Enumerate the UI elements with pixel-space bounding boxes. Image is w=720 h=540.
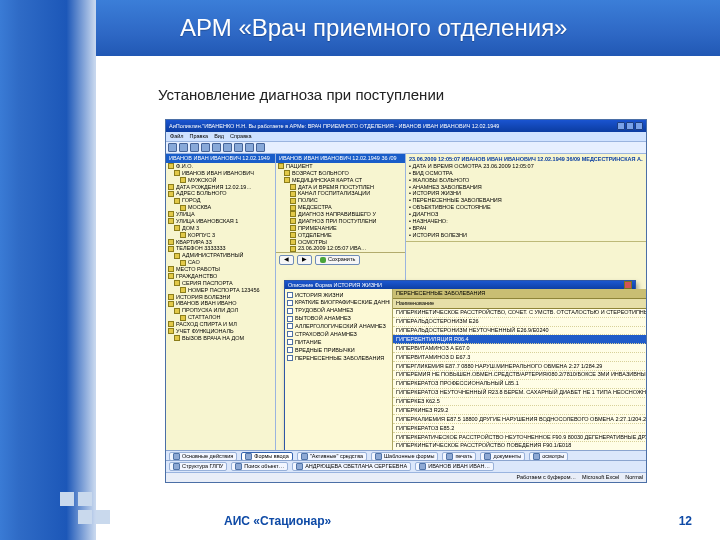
tree-item[interactable]: МЕДСЕСТРА bbox=[288, 204, 405, 211]
tree-item[interactable]: УЛИЦА ИВАНОВСКАЯ 1 bbox=[166, 218, 275, 225]
tree-item[interactable]: 23.06.2009 12:05:07 ИВА… bbox=[288, 245, 405, 252]
close-button[interactable] bbox=[635, 122, 643, 130]
tree-item[interactable]: ОТДЕЛЕНИЕ bbox=[288, 232, 405, 239]
patient-tree[interactable]: ИВАНОВ ИВАН ИВАНОВИЧ 12.02.1949 Ф.И.О.ИВ… bbox=[166, 154, 276, 450]
list-item[interactable]: ГИПЕРКЕРАТИЧЕСКОЕ РАССТРОЙСТВО НЕУТОЧНЕН… bbox=[393, 433, 646, 442]
tree-item[interactable]: СТАТТАЛОН bbox=[178, 314, 275, 321]
toolbar-icon[interactable] bbox=[168, 143, 177, 152]
list-item[interactable]: ГИПЕРКЕРАТОЗ E85.2 bbox=[393, 424, 646, 433]
close-icon[interactable] bbox=[624, 281, 632, 289]
tree-item[interactable]: САО bbox=[178, 259, 275, 266]
checkbox-icon[interactable] bbox=[287, 292, 293, 298]
tree-item[interactable]: ДАТА РОЖДЕНИЯ 12.02.19… bbox=[166, 184, 275, 191]
tree-item[interactable]: РАСХОД СПИРТА И МЛ bbox=[166, 321, 275, 328]
tree-item[interactable]: МЕДИЦИНСКАЯ КАРТА СТ bbox=[282, 177, 405, 184]
tree-item[interactable]: АДРЕС БОЛЬНОГО bbox=[166, 190, 275, 197]
list-item[interactable]: ГИПЕРКЕРАТОЗ НЕУТОЧНЕННЫЙ R23.8 БЕРЕМ. С… bbox=[393, 389, 646, 398]
maximize-button[interactable] bbox=[626, 122, 634, 130]
list-item[interactable]: ГИПЕРВЕНТИЛЯЦИЯ R06.4 bbox=[393, 335, 646, 344]
tree-item[interactable]: УЧЕТ ФУНКЦИОНАЛЬ bbox=[166, 328, 275, 335]
tree-item[interactable]: ПАЦИЕНТ bbox=[276, 163, 405, 170]
patient-tab[interactable]: ИВАНОВ ИВАН ИВАН… bbox=[415, 462, 494, 471]
list-item[interactable]: ГИПЕРКИНЕЗ R29.2 bbox=[393, 406, 646, 415]
tree-item[interactable]: ДИАГНОЗ НАПРАВИВШЕГО У bbox=[288, 211, 405, 218]
tree-item[interactable]: КВАРТИРА 33 bbox=[166, 239, 275, 246]
tree-item[interactable]: СЕРИЯ ПАСПОРТА bbox=[172, 280, 275, 287]
list-item[interactable]: ГИПЕРЕМИЯ НЕ ПОВЫШЕН.ОБМЕН.СРЕДСТВ/АРТЕР… bbox=[393, 371, 646, 380]
menu-bar[interactable]: Файл Правка Вид Справка bbox=[166, 132, 646, 142]
menu-file[interactable]: Файл bbox=[170, 133, 184, 140]
tree-item[interactable]: ПОЛИС bbox=[288, 197, 405, 204]
toolbar-icon[interactable] bbox=[223, 143, 232, 152]
tree-item[interactable]: ГРАЖДАНСТВО bbox=[166, 273, 275, 280]
checkbox-icon[interactable] bbox=[287, 308, 293, 314]
toolbar-icon[interactable] bbox=[201, 143, 210, 152]
menu-edit[interactable]: Правка bbox=[190, 133, 209, 140]
menu-view[interactable]: Вид bbox=[214, 133, 224, 140]
tree-item[interactable]: ПРИМЕЧАНИЕ bbox=[288, 225, 405, 232]
tree-item[interactable]: ВОЗРАСТ БОЛЬНОГО bbox=[282, 170, 405, 177]
tree-item[interactable]: ГОРОД bbox=[172, 197, 275, 204]
dialog-titlebar[interactable]: Описание Форма ИСТОРИЯ ЖИЗНИ bbox=[285, 281, 635, 289]
tree-item[interactable]: ДАТА И ВРЕМЯ ПОСТУПЛЕН bbox=[288, 184, 405, 191]
toolbar-icon[interactable] bbox=[256, 143, 265, 152]
tree-item[interactable]: ОСМОТРЫ bbox=[288, 239, 405, 246]
tree-item[interactable]: КОРПУС 3 bbox=[178, 232, 275, 239]
checkbox-icon[interactable] bbox=[287, 347, 293, 353]
toolbar-icon[interactable] bbox=[234, 143, 243, 152]
tree-item[interactable]: ТЕЛЕФОН 3333333 bbox=[166, 245, 275, 252]
list-item[interactable]: ГИПЕРВИТАМИНОЗ A E67.0 bbox=[393, 344, 646, 353]
tree-item[interactable]: ВЫЗОВ ВРАЧА НА ДОМ bbox=[172, 335, 275, 342]
tree-item[interactable]: МЕСТО РАБОТЫ bbox=[166, 266, 275, 273]
list-item[interactable]: ГИПЕРАЛЬДОСТЕРОНИЗМ НЕУТОЧНЕННЫЙ E26.9/E… bbox=[393, 327, 646, 336]
checkbox-item[interactable]: ПЕРЕНЕСЕННЫЕ ЗАБОЛЕВАНИЯ bbox=[287, 354, 390, 362]
list-item[interactable]: ГИПЕРКЕЗ К62.5 bbox=[393, 398, 646, 407]
checkbox-item[interactable]: БЫТОВОЙ АНАМНЕЗ bbox=[287, 315, 390, 323]
checkbox-icon[interactable] bbox=[287, 339, 293, 345]
save-button[interactable]: Сохранить bbox=[315, 255, 360, 265]
tree-item[interactable]: КАНАЛ ГОСПИТАЛИЗАЦИИ bbox=[288, 190, 405, 197]
tree-item[interactable]: ИСТОРИЯ БОЛЕЗНИ bbox=[166, 294, 275, 301]
dialog-checklist[interactable]: ИСТОРИЯ ЖИЗНИКРАТКИЕ БИОГРАФИЧЕСКИЕ ДАНН… bbox=[285, 289, 393, 460]
checkbox-icon[interactable] bbox=[287, 331, 293, 337]
toolbar-icon[interactable] bbox=[190, 143, 199, 152]
anamnesis-dialog[interactable]: Описание Форма ИСТОРИЯ ЖИЗНИ ИСТОРИЯ ЖИЗ… bbox=[284, 280, 636, 452]
tree-item[interactable]: ИВАНОВ ИВАН ИВАНОВИЧ bbox=[172, 170, 275, 177]
list-item[interactable]: ГИПЕРГЛИКЕМИЯ E87.7 0880 НАРУШ.МИНЕРАЛЬН… bbox=[393, 362, 646, 371]
tree-item[interactable]: МУЖСКОЙ bbox=[178, 177, 275, 184]
checkbox-item[interactable]: ИСТОРИЯ ЖИЗНИ bbox=[287, 291, 390, 299]
checkbox-item[interactable]: АЛЛЕРГОЛОГИЧЕСКИЙ АНАМНЕЗ bbox=[287, 323, 390, 331]
checkbox-item[interactable]: СТРАХОВОЙ АНАМНЕЗ bbox=[287, 330, 390, 338]
nav-left-button[interactable]: ◀ bbox=[279, 255, 294, 265]
tree-item[interactable]: ИВАНОВ ИВАН ИВАНО bbox=[166, 300, 275, 307]
window-controls[interactable] bbox=[617, 122, 643, 130]
tree-item[interactable]: Ф.И.О. bbox=[166, 163, 275, 170]
tab[interactable]: Структура ГЛПУ bbox=[169, 462, 227, 471]
tabstrip-lower[interactable]: Структура ГЛПУПоиск объект…АНДРЮЩЕВА СВЕ… bbox=[166, 460, 646, 472]
menu-help[interactable]: Справка bbox=[230, 133, 252, 140]
tree-item[interactable]: ДОМ 3 bbox=[172, 225, 275, 232]
dialog-list[interactable]: ГИПЕРКИНЕТИЧЕСКОЕ РАССТРОЙСТВО, СОЧЕТ. С… bbox=[393, 309, 646, 460]
tree-item[interactable]: УЛИЦА bbox=[166, 211, 275, 218]
checkbox-icon[interactable] bbox=[287, 355, 293, 361]
toolbar-icon[interactable] bbox=[245, 143, 254, 152]
list-item[interactable]: ГИПЕРКИНЕТИЧЕСКОЕ РАССТРОЙСТВО, СОЧЕТ. С… bbox=[393, 309, 646, 318]
nav-right-button[interactable]: ▶ bbox=[297, 255, 312, 265]
toolbar-icon[interactable] bbox=[179, 143, 188, 152]
list-item[interactable]: ГИПЕРАЛЬДОСТЕРОНИЗМ E26 bbox=[393, 318, 646, 327]
list-item[interactable]: ГИПЕРВИТАМИНОЗ D E67.3 bbox=[393, 353, 646, 362]
tree-item[interactable]: АДМИНИСТРАТИВНЫЙ bbox=[172, 252, 275, 259]
tree-item[interactable]: ПРОПУСКА ИЛИ ДОЛ bbox=[172, 307, 275, 314]
patient-tab[interactable]: АНДРЮЩЕВА СВЕТЛАНА СЕРГЕЕВНА bbox=[292, 462, 411, 471]
list-item[interactable]: ГИПЕРКАЛИЕМИЯ E87.5 18800 ДРУГИЕ НАРУШЕН… bbox=[393, 415, 646, 424]
tree-item[interactable]: МОСКВА bbox=[178, 204, 275, 211]
checkbox-icon[interactable] bbox=[287, 323, 293, 329]
tree-item[interactable]: НОМЕР ПАСПОРТА 123456 bbox=[178, 287, 275, 294]
checkbox-item[interactable]: ВРЕДНЫЕ ПРИВЫЧКИ bbox=[287, 346, 390, 354]
checkbox-icon[interactable] bbox=[287, 300, 293, 306]
minimize-button[interactable] bbox=[617, 122, 625, 130]
checkbox-item[interactable]: ТРУДОВОЙ АНАМНЕЗ bbox=[287, 307, 390, 315]
checkbox-item[interactable]: КРАТКИЕ БИОГРАФИЧЕСКИЕ ДАННЫЕ bbox=[287, 299, 390, 307]
list-item[interactable]: ГИПЕРКЕРАТОЗ ПРОФЕССИОНАЛЬНЫЙ L85.1 bbox=[393, 380, 646, 389]
tree-item[interactable]: ДИАГНОЗ ПРИ ПОСТУПЛЕНИ bbox=[288, 218, 405, 225]
